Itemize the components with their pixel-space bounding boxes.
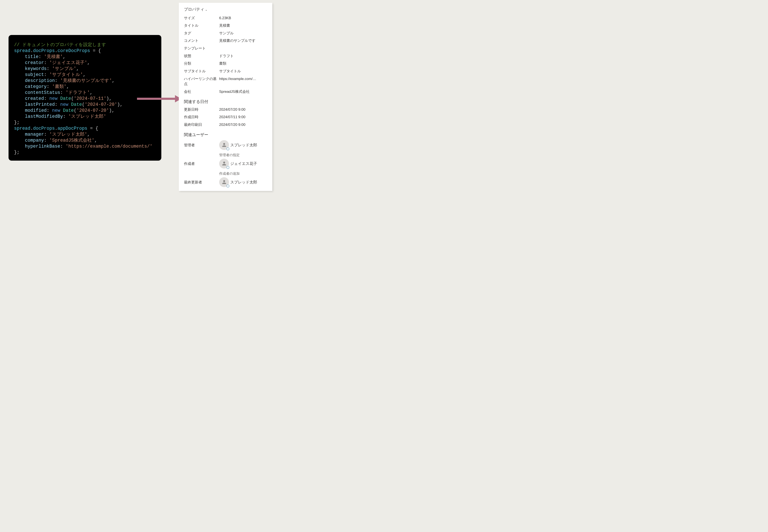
user-manager-name: スプレッド太郎: [230, 142, 257, 148]
prop-comment[interactable]: コメント見積書のサンプルです: [184, 37, 267, 45]
panel-header-label: プロパティ: [184, 7, 204, 12]
user-lastmod-name: スプレッド太郎: [230, 180, 257, 185]
user-last-modified-by: 最終更新者 スプレッド太郎: [184, 176, 267, 187]
prop-status[interactable]: 状態ドラフト: [184, 52, 267, 60]
prop-company[interactable]: 会社SpreadJS株式会社: [184, 88, 267, 96]
person-icon: [221, 179, 227, 185]
chevron-down-icon: ⌄: [205, 8, 207, 11]
prop-category[interactable]: 分類書類: [184, 60, 267, 68]
avatar: [219, 159, 229, 169]
person-icon: [221, 142, 227, 148]
presence-indicator: [226, 185, 229, 188]
avatar: [219, 177, 229, 187]
prop-tag[interactable]: タグサンプル: [184, 29, 267, 37]
user-manager: 管理者 スプレッド太郎 管理者の指定: [184, 139, 267, 157]
prop-title[interactable]: タイトル見積書: [184, 22, 267, 30]
users-section-header: 関連ユーザー: [184, 132, 267, 138]
user-creator: 作成者 ジェイエス花子 作成者の追加: [184, 157, 267, 176]
presence-indicator: [226, 147, 229, 150]
arrow-right: [137, 96, 182, 102]
add-creator-link[interactable]: 作成者の追加: [219, 172, 267, 176]
user-creator-name: ジェイエス花子: [230, 161, 257, 166]
avatar: [219, 140, 229, 150]
date-last-printed: 最終印刷日2024/07/20 9:00: [184, 121, 267, 129]
assign-manager-link[interactable]: 管理者の指定: [219, 153, 267, 157]
date-created: 作成日時2024/07/11 9:00: [184, 113, 267, 121]
prop-hyperlink-base[interactable]: ハイパーリンクの基点https://example.com/…: [184, 75, 267, 88]
properties-dropdown[interactable]: プロパティ ⌄: [184, 7, 267, 12]
dates-section-header: 関連する日付: [184, 99, 267, 105]
prop-subtitle[interactable]: サブタイトルサブタイトル: [184, 67, 267, 75]
prop-size: サイズ6.23KB: [184, 14, 267, 22]
person-icon: [221, 161, 227, 166]
prop-template: テンプレート: [184, 45, 267, 52]
code-comment: // ドキュメントのプロパティを設定します: [14, 42, 106, 47]
properties-panel: プロパティ ⌄ サイズ6.23KB タイトル見積書 タグサンプル コメント見積書…: [179, 3, 272, 191]
date-modified: 更新日時2024/07/20 9:00: [184, 106, 267, 113]
presence-indicator: [226, 166, 229, 169]
